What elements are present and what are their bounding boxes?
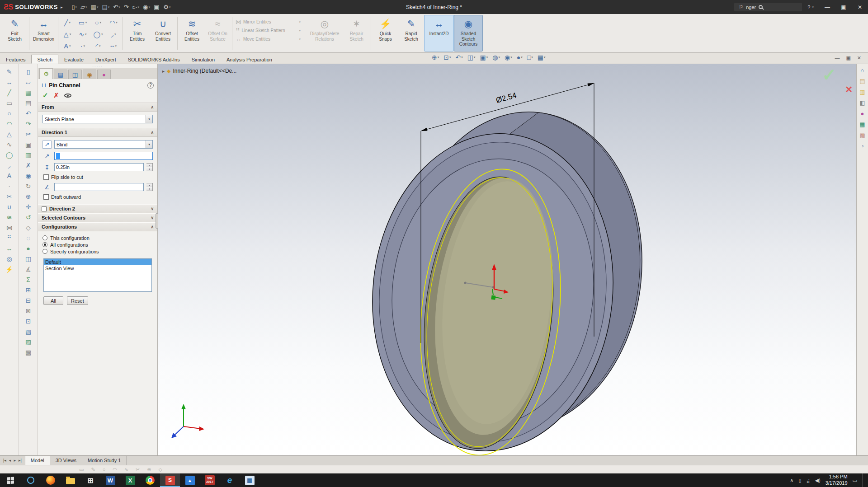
command-tab[interactable]: Sketch bbox=[31, 55, 58, 64]
text-tool[interactable]: A▾ bbox=[60, 40, 75, 52]
reverse-direction-icon[interactable]: ↗ bbox=[42, 140, 52, 149]
taskbar-solidworks-2017[interactable]: SW 2017 bbox=[200, 473, 220, 487]
help-icon[interactable]: ? bbox=[147, 82, 154, 89]
depth-input[interactable]: 0.25in bbox=[54, 163, 144, 171]
rebuild-icon[interactable]: ◉ bbox=[25, 172, 31, 180]
taskbar-app-grid[interactable]: ⊞ bbox=[80, 473, 100, 487]
model-tab[interactable]: Model bbox=[25, 456, 50, 465]
spline-icon[interactable]: ∿ bbox=[7, 140, 12, 149]
smart-dimension-button[interactable]: ↔ Smart Dimension bbox=[31, 15, 57, 52]
pan-icon[interactable]: ✛ bbox=[26, 203, 31, 211]
new-document-button[interactable]: ▯▾ bbox=[70, 3, 79, 11]
ok-button[interactable]: ✓ bbox=[42, 91, 48, 99]
draft-angle-stepper[interactable]: ▴▾ bbox=[146, 183, 153, 191]
display-delete-relations-button[interactable]: ◎ Display/Delete Relations bbox=[306, 15, 344, 52]
draft-outward-checkbox[interactable] bbox=[43, 194, 49, 200]
mirror-entities[interactable]: ⋈ Mirror Entities ▾ bbox=[234, 19, 302, 25]
expand-tree-icon[interactable]: ▸ bbox=[162, 69, 165, 74]
section-view-icon[interactable]: ◫▾ bbox=[466, 54, 477, 61]
menu-expand-icon[interactable]: ▸ bbox=[61, 5, 63, 9]
zoom-fit-icon[interactable]: ⊕▾ bbox=[430, 54, 440, 61]
flip-side-checkbox[interactable] bbox=[43, 174, 49, 180]
rotate-view-icon[interactable]: ↺ bbox=[26, 213, 31, 221]
hidden-lines-icon[interactable]: ◌ bbox=[26, 234, 30, 242]
draft-outward-checkbox-row[interactable]: Draft outward bbox=[42, 194, 153, 200]
custom-properties-icon[interactable]: ▧ bbox=[859, 132, 865, 139]
action-center-icon[interactable]: ▭ bbox=[853, 478, 857, 483]
configuration-list-item[interactable]: Default bbox=[44, 259, 151, 265]
offset-entities-button[interactable]: ≋ Offset Entities bbox=[179, 15, 205, 52]
mass-properties-icon[interactable]: Σ bbox=[26, 276, 30, 284]
corner-rectangle-tool[interactable]: ▭▾ bbox=[75, 17, 90, 28]
displaymanager-tab[interactable]: ◉ bbox=[83, 70, 96, 79]
taskbar-edge[interactable]: e bbox=[220, 473, 240, 487]
scenes-icon[interactable]: ▦ bbox=[859, 121, 865, 128]
construction-geometry-tool[interactable]: ╌▾ bbox=[106, 40, 121, 52]
draft-angle-input[interactable] bbox=[54, 183, 144, 191]
volume-icon[interactable]: ◀) bbox=[815, 478, 821, 483]
quick-snaps-button[interactable]: ⚡ Quick Snaps bbox=[373, 15, 398, 52]
select-button[interactable]: ▻▾ bbox=[131, 3, 142, 11]
configuration-radio[interactable]: All configurations bbox=[42, 241, 153, 248]
three-point-arc-tool[interactable]: ◜▾ bbox=[90, 40, 106, 52]
sketch-icon[interactable]: ✎ bbox=[7, 68, 12, 76]
configuration-list[interactable]: DefaultSection View bbox=[43, 258, 152, 292]
last-tab-button[interactable]: ▸| bbox=[18, 458, 22, 463]
previous-view-icon[interactable]: ↶▾ bbox=[454, 54, 464, 61]
mirror-icon[interactable]: ⋈ bbox=[6, 224, 13, 232]
shaded-sketch-contours-button[interactable]: ◉ Shaded Sketch Contours bbox=[454, 15, 483, 52]
search-box[interactable]: ⚐ nger bbox=[734, 3, 802, 11]
direction2-checkbox[interactable] bbox=[42, 206, 47, 211]
doc-restore-button[interactable]: ▣ bbox=[846, 55, 850, 61]
taskbar-excel[interactable]: X bbox=[120, 473, 140, 487]
command-tab[interactable]: Features bbox=[0, 55, 31, 64]
circle-icon[interactable]: ○ bbox=[7, 109, 11, 117]
print-button[interactable]: ▤▾ bbox=[100, 3, 111, 11]
taskbar-chrome[interactable] bbox=[140, 473, 160, 487]
cancel-button[interactable]: ✗ bbox=[54, 92, 59, 99]
polygon-tool[interactable]: △▾ bbox=[60, 28, 75, 40]
copy-icon[interactable]: ▣ bbox=[25, 140, 31, 149]
appearances-icon[interactable]: ● bbox=[861, 110, 864, 117]
prev-tab-button[interactable]: ◂ bbox=[9, 458, 12, 463]
ellipse-tool[interactable]: ◯▾ bbox=[90, 28, 106, 40]
apply-scene-icon[interactable]: □▾ bbox=[526, 54, 534, 61]
offset-on-surface-button[interactable]: ≈ Offset On Surface bbox=[205, 15, 231, 52]
doc-close-button[interactable]: ✕ bbox=[857, 55, 861, 61]
taskbar-clock[interactable]: 1:56 PM 3/17/2019 bbox=[826, 474, 848, 487]
pattern-icon[interactable]: ⠛ bbox=[7, 234, 11, 242]
rapid-sketch-button[interactable]: ✎ Rapid Sketch bbox=[398, 15, 424, 52]
from-group-header[interactable]: From ∧ bbox=[38, 103, 157, 112]
command-tab[interactable]: DimXpert bbox=[90, 55, 122, 64]
next-tab-button[interactable]: ▸ bbox=[13, 458, 16, 463]
redo-icon[interactable]: ↷ bbox=[26, 120, 31, 128]
measure-icon[interactable]: ∡ bbox=[25, 265, 31, 273]
design-library-icon[interactable]: ▤ bbox=[859, 78, 865, 84]
copy-entities-icon[interactable]: ⊞ bbox=[26, 286, 31, 294]
point-icon[interactable]: · bbox=[8, 182, 10, 190]
text-icon[interactable]: A bbox=[7, 172, 11, 180]
search-input[interactable]: nger bbox=[746, 5, 756, 10]
taskbar-solidworks[interactable]: S bbox=[160, 473, 180, 487]
breadcrumb[interactable]: ▸ ◆ Inner-Ring (Default<<De... bbox=[162, 68, 236, 74]
insert-block-icon[interactable]: ⊡ bbox=[26, 317, 31, 325]
all-button[interactable]: All bbox=[43, 296, 63, 305]
smart-dimension-icon[interactable]: ↔ bbox=[6, 78, 13, 86]
options-button[interactable]: ⚙▾ bbox=[161, 3, 172, 11]
cut-icon[interactable]: ✂ bbox=[26, 130, 31, 138]
taskbar-firefox[interactable] bbox=[41, 473, 61, 487]
zoom-area-icon[interactable]: ⊡▾ bbox=[442, 54, 452, 61]
search-icon[interactable] bbox=[759, 5, 763, 9]
move-entities[interactable]: ↔ Move Entities ▾ bbox=[234, 36, 302, 42]
offset-icon[interactable]: ≋ bbox=[7, 213, 12, 221]
exit-sketch-button[interactable]: ✎ Exit Sketch bbox=[2, 15, 28, 52]
instant2d-button[interactable]: ↔ Instant2D bbox=[424, 15, 454, 52]
save-icon[interactable]: ▦ bbox=[25, 89, 31, 97]
circle-tool[interactable]: ○▾ bbox=[90, 17, 106, 28]
home-icon[interactable]: ⌂ bbox=[861, 67, 864, 74]
preview-eye-icon[interactable] bbox=[64, 94, 71, 98]
undo-button[interactable]: ↶▾ bbox=[111, 3, 122, 11]
forum-icon[interactable]: ◔ bbox=[861, 143, 864, 150]
command-tab[interactable]: Evaluate bbox=[58, 55, 90, 64]
from-dropdown[interactable]: Sketch Plane ▾ bbox=[42, 115, 153, 123]
